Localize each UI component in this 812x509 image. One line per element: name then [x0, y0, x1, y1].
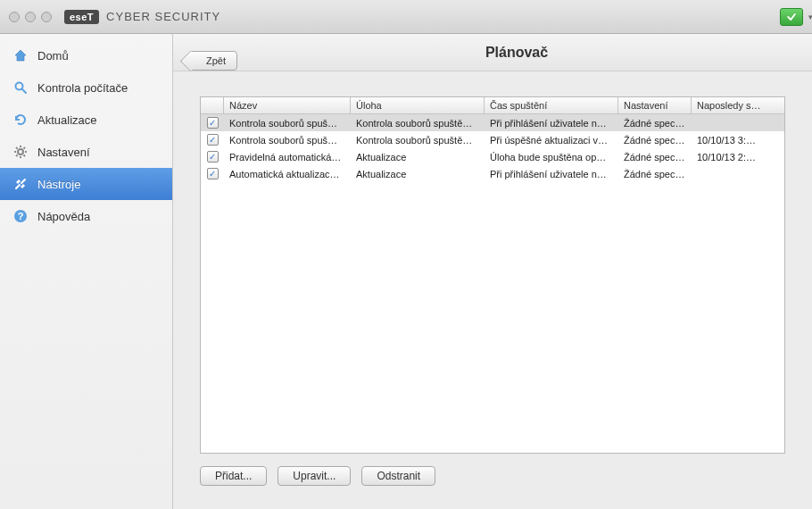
- main-header: Zpět Plánovač: [173, 34, 812, 71]
- table-row[interactable]: ✓ Kontrola souborů spuš… Kontrola soubor…: [201, 114, 784, 131]
- sidebar-item-home[interactable]: Domů: [0, 39, 172, 71]
- column-header-checkbox[interactable]: [201, 97, 224, 113]
- cell-task: Kontrola souborů spuště…: [351, 116, 485, 130]
- button-row: Přidat... Upravit... Odstranit: [200, 466, 785, 486]
- svg-text:?: ?: [18, 211, 24, 221]
- column-header-last[interactable]: Naposledy s…: [692, 97, 784, 113]
- cell-task: Aktualizace: [351, 150, 485, 164]
- sidebar-item-label: Kontrola počítače: [37, 81, 128, 95]
- table-row[interactable]: ✓ Pravidelná automatická… Aktualizace Úl…: [201, 148, 784, 165]
- table-row[interactable]: ✓ Automatická aktualizac… Aktualizace Př…: [201, 165, 784, 182]
- sidebar-item-update[interactable]: Aktualizace: [0, 104, 172, 136]
- back-button[interactable]: Zpět: [189, 51, 237, 71]
- svg-point-2: [18, 149, 23, 154]
- remove-button[interactable]: Odstranit: [361, 466, 435, 486]
- sidebar-item-label: Nápověda: [37, 210, 90, 223]
- row-checkbox[interactable]: ✓: [207, 117, 219, 129]
- main-panel: Zpět Plánovač Název Úloha Čas spuštění N…: [173, 34, 812, 509]
- column-header-task[interactable]: Úloha: [351, 97, 485, 113]
- home-icon: [12, 47, 29, 63]
- cell-time: Při přihlášení uživatele n…: [485, 167, 618, 181]
- scheduler-table: Název Úloha Čas spuštění Nastavení Napos…: [200, 96, 785, 454]
- page-title: Plánovač: [221, 45, 812, 61]
- sidebar-item-tools[interactable]: Nástroje: [0, 168, 172, 200]
- minimize-icon[interactable]: [25, 12, 36, 22]
- table-row[interactable]: ✓ Kontrola souborů spuš… Kontrola soubor…: [201, 131, 784, 148]
- column-header-name[interactable]: Název: [224, 97, 351, 113]
- protection-status-button[interactable]: [780, 8, 803, 26]
- sidebar-item-settings[interactable]: Nastavení: [0, 136, 172, 168]
- cell-name: Pravidelná automatická…: [224, 150, 351, 164]
- zoom-icon[interactable]: [41, 12, 52, 22]
- svg-line-7: [16, 147, 18, 149]
- row-checkbox[interactable]: ✓: [207, 168, 219, 179]
- magnifier-icon: [12, 79, 29, 96]
- cell-time: Úloha bude spuštěna op…: [485, 150, 618, 164]
- sidebar-item-label: Aktualizace: [37, 113, 96, 127]
- cell-time: Při úspěšné aktualizaci v…: [485, 133, 618, 147]
- brand-badge: eseT: [64, 10, 99, 24]
- svg-line-1: [22, 89, 26, 93]
- cell-settings: Žádné speci…: [618, 133, 692, 147]
- tools-icon: [12, 176, 29, 192]
- edit-button[interactable]: Upravit...: [278, 466, 351, 486]
- cell-name: Automatická aktualizac…: [224, 167, 351, 181]
- cell-settings: Žádné speci…: [618, 150, 692, 164]
- cell-task: Kontrola souborů spuště…: [351, 133, 485, 147]
- sidebar-item-label: Nastavení: [37, 146, 90, 159]
- row-checkbox[interactable]: ✓: [207, 134, 219, 146]
- add-button[interactable]: Přidat...: [200, 466, 267, 486]
- cell-settings: Žádné speci…: [618, 167, 692, 181]
- cell-last: 10/10/13 3:…: [692, 133, 784, 147]
- help-icon: ?: [12, 208, 29, 224]
- titlebar: eseT CYBER SECURITY: [0, 0, 812, 34]
- svg-line-8: [24, 155, 26, 157]
- sidebar-item-scan[interactable]: Kontrola počítače: [0, 71, 172, 104]
- close-icon[interactable]: [9, 12, 20, 22]
- brand-title: CYBER SECURITY: [106, 10, 220, 23]
- cell-last: [692, 172, 784, 176]
- gear-icon: [12, 144, 29, 160]
- refresh-icon: [12, 112, 29, 128]
- cell-last: 10/10/13 2:…: [692, 150, 784, 164]
- row-checkbox[interactable]: ✓: [207, 151, 219, 163]
- traffic-lights: [9, 12, 52, 22]
- sidebar-item-help[interactable]: ? Nápověda: [0, 200, 172, 232]
- svg-line-10: [24, 147, 26, 149]
- back-button-label: Zpět: [206, 55, 226, 66]
- sidebar-item-label: Nástroje: [37, 178, 80, 191]
- column-header-time[interactable]: Čas spuštění: [485, 97, 618, 113]
- cell-name: Kontrola souborů spuš…: [224, 116, 351, 130]
- sidebar: Domů Kontrola počítače Aktualizace Nasta…: [0, 34, 173, 509]
- cell-settings: Žádné speci…: [618, 116, 692, 130]
- cell-name: Kontrola souborů spuš…: [224, 133, 351, 147]
- sidebar-item-label: Domů: [37, 49, 69, 63]
- column-header-settings[interactable]: Nastavení: [618, 97, 692, 113]
- cell-time: Při přihlášení uživatele n…: [485, 116, 618, 130]
- table-header: Název Úloha Čas spuštění Nastavení Napos…: [201, 97, 784, 114]
- svg-line-9: [16, 155, 18, 157]
- cell-task: Aktualizace: [351, 167, 485, 181]
- cell-last: [692, 121, 784, 125]
